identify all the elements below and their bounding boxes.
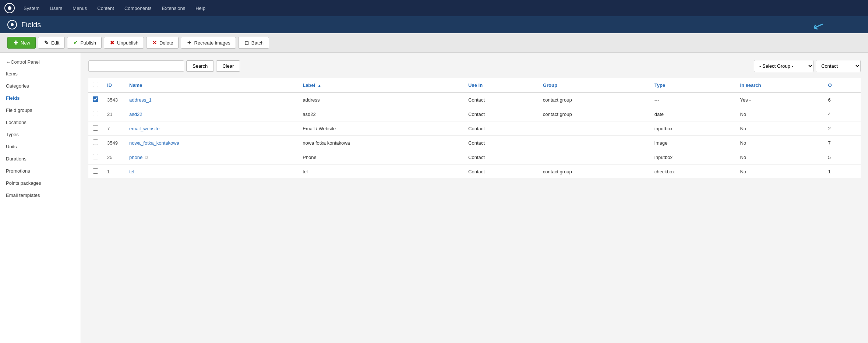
table-row: 21asd22asd22Contactcontact groupdateNo4: [88, 107, 861, 121]
row-name[interactable]: address_1: [125, 92, 298, 107]
search-input[interactable]: [88, 60, 184, 72]
sidebar-item-email-templates[interactable]: Email templates: [0, 189, 81, 201]
row-label: Phone: [298, 150, 464, 165]
row-name-link[interactable]: asd22: [129, 112, 142, 117]
row-type: inputbox: [650, 121, 736, 136]
row-checkbox-cell[interactable]: [88, 107, 103, 121]
row-name[interactable]: tel: [125, 165, 298, 179]
row-name[interactable]: nowa_fotka_kontakowa: [125, 136, 298, 150]
nav-components[interactable]: Components: [120, 3, 156, 13]
row-ordering: 7: [823, 136, 861, 150]
clear-button[interactable]: Clear: [216, 60, 240, 72]
sidebar-item-field-groups[interactable]: Field groups: [0, 104, 81, 116]
col-header-name[interactable]: Name: [125, 78, 298, 92]
sort-arrow-label: ▲: [318, 84, 321, 88]
select-all-checkbox[interactable]: [93, 82, 98, 87]
row-use-in: Contact: [464, 150, 539, 165]
row-group: contact group: [539, 107, 650, 121]
row-label: Email / Website: [298, 121, 464, 136]
batch-button[interactable]: ◻ Batch: [238, 37, 269, 49]
row-use-in: Contact: [464, 165, 539, 179]
row-id: 3543: [103, 92, 125, 107]
nav-help[interactable]: Help: [191, 3, 210, 13]
logo-icon[interactable]: [4, 3, 15, 13]
nav-users[interactable]: Users: [45, 3, 67, 13]
sidebar-item-types[interactable]: Types: [0, 128, 81, 141]
select-group-dropdown[interactable]: - Select Group -: [754, 60, 813, 72]
search-bar: Search Clear - Select Group - Contact: [88, 60, 861, 72]
col-header-ordering[interactable]: O: [823, 78, 861, 92]
delete-button[interactable]: ✕ Delete: [146, 37, 179, 49]
search-button[interactable]: Search: [186, 60, 214, 72]
row-checkbox[interactable]: [93, 168, 98, 174]
row-name-link[interactable]: phone: [129, 155, 142, 160]
row-checkbox-cell[interactable]: [88, 121, 103, 136]
row-checkbox[interactable]: [93, 111, 98, 116]
col-header-label[interactable]: Label ▲: [298, 78, 464, 92]
nav-extensions[interactable]: Extensions: [158, 3, 190, 13]
row-group: contact group: [539, 165, 650, 179]
col-header-id[interactable]: ID: [103, 78, 125, 92]
table-row: 7email_websiteEmail / WebsiteContactinpu…: [88, 121, 861, 136]
content-area: Search Clear - Select Group - Contact: [81, 53, 868, 343]
row-checkbox-cell[interactable]: [88, 150, 103, 165]
row-name-link[interactable]: tel: [129, 169, 134, 174]
row-group: [539, 136, 650, 150]
delete-icon: ✕: [152, 40, 158, 46]
recreate-button[interactable]: ✦ Recreate images: [181, 37, 236, 49]
row-name[interactable]: asd22: [125, 107, 298, 121]
row-use-in: Contact: [464, 107, 539, 121]
publish-button[interactable]: ✔ Publish: [67, 37, 102, 49]
nav-content[interactable]: Content: [93, 3, 119, 13]
sidebar-item-fields[interactable]: Fields: [0, 92, 81, 104]
back-arrow-icon: ←: [6, 59, 11, 65]
row-label: address: [298, 92, 464, 107]
col-header-group[interactable]: Group: [539, 78, 650, 92]
row-checkbox-cell[interactable]: [88, 92, 103, 107]
row-name-link[interactable]: address_1: [129, 97, 152, 103]
sidebar-item-locations[interactable]: Locations: [0, 116, 81, 128]
row-checkbox-cell[interactable]: [88, 165, 103, 179]
table-row: 3549nowa_fotka_kontakowanowa fotka konta…: [88, 136, 861, 150]
sidebar-item-promotions[interactable]: Promotions: [0, 165, 81, 177]
new-button[interactable]: ✚ New: [7, 37, 36, 49]
col-header-use-in[interactable]: Use in: [464, 78, 539, 92]
row-group: contact group: [539, 92, 650, 107]
row-checkbox[interactable]: [93, 139, 98, 145]
row-use-in: Contact: [464, 92, 539, 107]
row-id: 1: [103, 165, 125, 179]
row-checkbox[interactable]: [93, 125, 98, 131]
sidebar-item-durations[interactable]: Durations: [0, 153, 81, 165]
row-id: 3549: [103, 136, 125, 150]
row-name[interactable]: phone ⧉: [125, 150, 298, 165]
x-circle-icon: ✖: [109, 40, 115, 46]
edit-button[interactable]: ✎ Edit: [38, 37, 65, 49]
copy-icon[interactable]: ⧉: [144, 155, 148, 160]
sidebar-item-points-packages[interactable]: Points packages: [0, 177, 81, 189]
table-row: 1teltelContactcontact groupcheckboxNo1: [88, 165, 861, 179]
row-type: ---: [650, 92, 736, 107]
sidebar-item-units[interactable]: Units: [0, 141, 81, 153]
row-checkbox[interactable]: [93, 96, 98, 102]
col-header-in-search[interactable]: In search: [735, 78, 823, 92]
nav-menus[interactable]: Menus: [68, 3, 91, 13]
col-header-type[interactable]: Type: [650, 78, 736, 92]
row-name-link[interactable]: nowa_fotka_kontakowa: [129, 140, 179, 146]
row-checkbox[interactable]: [93, 154, 98, 159]
sidebar-item-items[interactable]: Items: [0, 68, 81, 80]
control-panel-back[interactable]: ← Control Panel: [0, 56, 81, 68]
row-ordering: 1: [823, 165, 861, 179]
row-id: 21: [103, 107, 125, 121]
row-id: 7: [103, 121, 125, 136]
sidebar-item-categories[interactable]: Categories: [0, 80, 81, 92]
nav-system[interactable]: System: [19, 3, 44, 13]
row-name-link[interactable]: email_website: [129, 126, 159, 131]
select-contact-dropdown[interactable]: Contact: [816, 60, 860, 72]
plus-icon: ✚: [13, 40, 19, 46]
row-checkbox-cell[interactable]: [88, 136, 103, 150]
row-type: checkbox: [650, 165, 736, 179]
row-id: 25: [103, 150, 125, 165]
unpublish-button[interactable]: ✖ Unpublish: [104, 37, 144, 49]
select-all-checkbox-header[interactable]: [88, 78, 103, 92]
row-name[interactable]: email_website: [125, 121, 298, 136]
